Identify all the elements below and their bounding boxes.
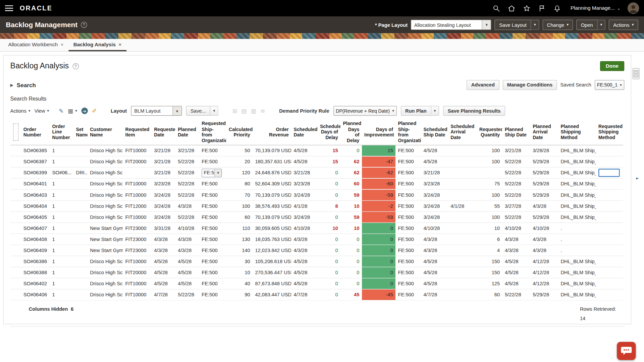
row-handle[interactable]: [10, 212, 21, 223]
cell-sched_arrival[interactable]: [448, 189, 477, 200]
cell-planned_ship_date[interactable]: 4/10/28: [502, 223, 530, 234]
cell-planned_arrival[interactable]: 4/12/28: [530, 267, 558, 278]
cell-sched_delay[interactable]: 0: [318, 267, 341, 278]
cell-requested_date[interactable]: 3/21/28: [152, 167, 175, 178]
cell-revenue[interactable]: 70,139.079 USD: [253, 145, 291, 156]
table-row[interactable]: SO#063871Drisco High Sc...FIT200003/21/2…: [10, 156, 623, 167]
cell-planned_date[interactable]: 4/5/28: [175, 267, 199, 278]
cell-sched_arrival[interactable]: [448, 156, 477, 167]
user-menu[interactable]: Planning Manage... ⌄: [571, 5, 621, 11]
cell-improvement[interactable]: 0: [362, 256, 395, 267]
column-header-priority[interactable]: Calculated Priority: [226, 119, 253, 145]
cell-order_number[interactable]: SO#06399: [21, 167, 50, 178]
cell-planned_ship_date[interactable]: 3/27/28: [502, 200, 530, 212]
cell-planned_ship_method[interactable]: DHL_BLM Ship_BL...: [558, 156, 596, 167]
cell-requested_date[interactable]: 4/5/28: [152, 256, 175, 267]
cell-priority[interactable]: 20: [226, 156, 253, 167]
cell-sched_ship_date[interactable]: 4/5/28: [421, 267, 448, 278]
cell-planned_ship_method[interactable]: DHL_BLM Ship_BL...: [558, 212, 596, 223]
cell-req_qty[interactable]: 100: [477, 156, 502, 167]
cell-sched_delay[interactable]: 0: [318, 178, 341, 189]
edit-pencil-icon[interactable]: ✎: [59, 108, 63, 114]
page-layout-value[interactable]: Allocation Stealing Layout: [411, 20, 482, 29]
cell-priority[interactable]: 10: [226, 267, 253, 278]
cell-improvement[interactable]: 15: [362, 145, 395, 156]
cell-order_number[interactable]: SO#06404: [21, 200, 50, 212]
column-header-planned_delay[interactable]: Planned Days of Delay: [340, 119, 362, 145]
cell-requested_date[interactable]: 4/5/28: [152, 278, 175, 289]
cell-req_ship_org[interactable]: FE:500: [199, 245, 226, 256]
cell-planned_date[interactable]: 5/22/28: [175, 156, 199, 167]
cell-sched_ship_date[interactable]: 4/5/28: [421, 145, 448, 156]
cell-item[interactable]: FIT20000: [123, 156, 152, 167]
cell-planned_ship_org[interactable]: FE:500: [395, 256, 421, 267]
row-handle[interactable]: [10, 223, 21, 234]
cell-priority[interactable]: 110: [226, 223, 253, 234]
cell-planned_date[interactable]: 4/10/28: [175, 223, 199, 234]
column-header-revenue[interactable]: Order Revenue: [253, 119, 291, 145]
cell-req_ship_org[interactable]: FE:500: [199, 212, 226, 223]
saved-search-select[interactable]: FE:500_1 ▾: [595, 80, 625, 90]
cell-req_qty[interactable]: 55: [477, 200, 502, 212]
cell-planned_ship_org[interactable]: FE:500: [395, 167, 421, 178]
cell-customer[interactable]: New Start Gyms: [88, 245, 123, 256]
row-handle[interactable]: [10, 267, 21, 278]
help-icon[interactable]: ?: [81, 22, 87, 28]
table-row[interactable]: SO#063861Drisco High Sc...FIT100004/5/28…: [10, 256, 623, 267]
cell-planned_date[interactable]: 5/22/28: [175, 289, 199, 300]
column-header-req_qty[interactable]: Requested Quantity: [477, 119, 502, 145]
cell-sched_delay[interactable]: 8: [318, 200, 341, 212]
cell-customer[interactable]: Drisco High Sc...: [88, 289, 123, 300]
cell-sched_arrival[interactable]: [448, 145, 477, 156]
cell-req_ship_method[interactable]: [596, 234, 623, 245]
cell-order_line[interactable]: 1: [50, 234, 73, 245]
cell-planned_ship_method[interactable]: DHL_BLM Ship_BL...: [558, 267, 596, 278]
cell-req_ship_org[interactable]: FE:500: [199, 223, 226, 234]
cell-sched_arrival[interactable]: 4/1/28: [448, 200, 477, 212]
cell-order_line[interactable]: 1: [50, 256, 73, 267]
row-handle[interactable]: [10, 178, 21, 189]
cell-planned_delay[interactable]: 0: [340, 267, 362, 278]
row-selector-header[interactable]: [10, 119, 21, 145]
cell-order_number[interactable]: SO#06407: [21, 223, 50, 234]
cell-improvement[interactable]: -59: [362, 212, 395, 223]
search-expand-icon[interactable]: ▶: [10, 83, 13, 87]
column-header-requested_date[interactable]: Requested Date: [152, 119, 175, 145]
scroll-right-arrow-icon[interactable]: ▸: [636, 176, 639, 181]
column-header-req_ship_method[interactable]: Requested Shipping Method: [596, 119, 623, 145]
column-header-planned_arrival[interactable]: Planned Arrival Date: [530, 119, 558, 145]
cell-priority[interactable]: 50: [226, 145, 253, 156]
cell-req_qty[interactable]: 100: [477, 189, 502, 200]
close-icon[interactable]: ×: [61, 42, 64, 47]
cell-req_ship_method[interactable]: [596, 212, 623, 223]
cell-scheduled_date[interactable]: 4/5/28: [291, 145, 317, 156]
cell-planned_ship_org[interactable]: FE:500: [395, 278, 421, 289]
cell-set_name[interactable]: [73, 156, 88, 167]
cell-planned_date[interactable]: 4/5/28: [175, 256, 199, 267]
cell-sched_arrival[interactable]: [448, 256, 477, 267]
column-header-order_line[interactable]: Order Line Number: [50, 119, 73, 145]
table-row[interactable]: SO#064071New Start GymsFIT230003/31/284/…: [10, 223, 623, 234]
cell-revenue[interactable]: 52,604.309 USD: [253, 178, 291, 189]
cell-item[interactable]: FIT23000: [123, 234, 152, 245]
cell-planned_date[interactable]: 5/22/28: [175, 212, 199, 223]
row-handle[interactable]: [10, 234, 21, 245]
table-row[interactable]: SO#064031Drisco High Sc...FIT100003/24/2…: [10, 189, 623, 200]
advanced-button[interactable]: Advanced: [467, 80, 499, 90]
cell-req_ship_method[interactable]: [596, 156, 623, 167]
cell-set_name[interactable]: [73, 256, 88, 267]
cell-sched_ship_date[interactable]: 4/5/28: [421, 278, 448, 289]
cell-revenue[interactable]: 12,023.842 USD: [253, 245, 291, 256]
cell-sched_ship_date[interactable]: 4/7/28: [421, 289, 448, 300]
cell-planned_delay[interactable]: 0: [340, 278, 362, 289]
cell-sched_delay[interactable]: 15: [318, 145, 341, 156]
cell-requested_date[interactable]: 3/31/28: [152, 223, 175, 234]
page-layout-select[interactable]: Allocation Stealing Layout ▾: [411, 20, 491, 30]
cell-sched_delay[interactable]: 0: [318, 167, 341, 178]
cell-planned_ship_date[interactable]: 5/22/28: [502, 189, 530, 200]
row-handle[interactable]: [10, 145, 21, 156]
cell-item[interactable]: FIT23000: [123, 223, 152, 234]
open-dropdown-icon[interactable]: ▾: [597, 20, 605, 30]
cell-order_line[interactable]: SO#06...: [50, 167, 73, 178]
cell-req_ship_method[interactable]: [596, 145, 623, 156]
